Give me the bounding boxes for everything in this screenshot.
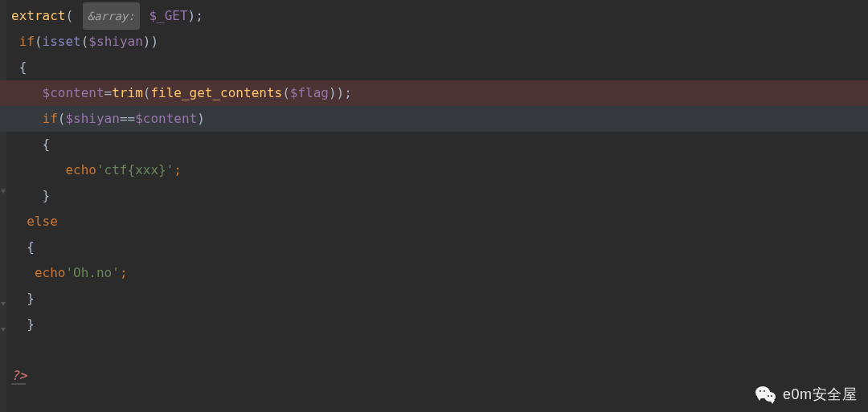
code-line-highlighted[interactable]: $content=trim(file_get_contents($flag)); bbox=[0, 80, 868, 106]
watermark-badge: e0m安全屋 bbox=[755, 381, 857, 407]
indent bbox=[11, 183, 43, 209]
indent bbox=[11, 29, 19, 55]
token-variable: $_GET bbox=[149, 3, 187, 29]
code-line[interactable]: { bbox=[0, 235, 868, 260]
token-function: file_get_contents bbox=[150, 80, 282, 106]
token-paren: ( bbox=[35, 29, 43, 55]
indent bbox=[11, 106, 43, 132]
token-variable: $shiyan bbox=[65, 106, 119, 132]
token-string: 'Oh.no' bbox=[65, 260, 119, 286]
token-paren: ( bbox=[65, 3, 73, 29]
warning-underline-icon bbox=[11, 383, 26, 385]
indent bbox=[11, 235, 27, 260]
code-line[interactable]: } bbox=[0, 183, 868, 209]
indent bbox=[11, 312, 27, 337]
token-paren: ( bbox=[81, 29, 89, 55]
token-string: 'ctf{xxx}' bbox=[96, 157, 174, 183]
code-line-empty[interactable] bbox=[0, 337, 868, 363]
token-paren: ( bbox=[143, 80, 151, 106]
token-function: trim bbox=[112, 80, 143, 106]
code-line[interactable]: ?> bbox=[0, 363, 868, 389]
code-line[interactable]: } bbox=[0, 286, 868, 312]
token-tail: )) bbox=[143, 29, 158, 55]
token-brace: { bbox=[19, 55, 27, 80]
token-variable: $content bbox=[43, 80, 104, 106]
token-variable: $content bbox=[135, 106, 197, 132]
token-tail: ) bbox=[197, 106, 205, 132]
indent bbox=[11, 55, 19, 80]
token-semicolon: ; bbox=[120, 260, 128, 286]
token-tail: )); bbox=[329, 80, 352, 106]
indent bbox=[11, 260, 35, 286]
token-keyword: if bbox=[19, 29, 35, 55]
code-editor[interactable]: extract( &array: $_GET); if(isset($shiya… bbox=[0, 0, 868, 412]
token-function: extract bbox=[11, 3, 65, 29]
indent bbox=[11, 80, 43, 106]
indent bbox=[11, 209, 27, 235]
code-line[interactable]: } bbox=[0, 312, 868, 337]
code-line[interactable]: { bbox=[0, 132, 868, 157]
parameter-hint: &array: bbox=[83, 2, 140, 30]
code-line[interactable]: extract( &array: $_GET); bbox=[0, 3, 868, 29]
token-brace: } bbox=[43, 183, 51, 209]
code-line[interactable]: { bbox=[0, 55, 868, 80]
token-brace: } bbox=[27, 286, 35, 312]
token-keyword: echo bbox=[65, 157, 96, 183]
token-brace: } bbox=[27, 312, 35, 337]
indent bbox=[11, 157, 65, 183]
token-builtin-func: isset bbox=[43, 29, 81, 55]
token-operator: == bbox=[120, 106, 135, 132]
token-brace: { bbox=[27, 235, 35, 260]
token-semicolon: ; bbox=[174, 157, 182, 183]
token-paren: ( bbox=[282, 80, 290, 106]
code-line-highlighted[interactable]: if($shiyan==$content) bbox=[0, 106, 868, 132]
token-keyword: if bbox=[43, 106, 58, 132]
token-brace: { bbox=[43, 132, 51, 157]
token-operator: = bbox=[104, 80, 113, 106]
code-line[interactable]: if(isset($shiyan)) bbox=[0, 29, 868, 55]
wechat-icon bbox=[755, 385, 778, 403]
token-php-close-tag: ?> bbox=[11, 363, 27, 389]
code-line[interactable]: echo'Oh.no'; bbox=[0, 260, 868, 286]
code-line[interactable]: else bbox=[0, 209, 868, 235]
token-paren: ( bbox=[58, 106, 66, 132]
token-tail: ); bbox=[188, 3, 203, 29]
token-keyword: echo bbox=[35, 260, 66, 286]
indent bbox=[11, 132, 43, 157]
token-variable: $shiyan bbox=[88, 29, 142, 55]
token-space bbox=[141, 3, 149, 29]
token-keyword: else bbox=[27, 209, 58, 235]
indent bbox=[11, 286, 27, 312]
watermark-text: e0m安全屋 bbox=[783, 381, 857, 407]
token-variable: $flag bbox=[290, 80, 329, 106]
code-line[interactable]: echo'ctf{xxx}'; bbox=[0, 157, 868, 183]
token-space bbox=[73, 3, 81, 29]
